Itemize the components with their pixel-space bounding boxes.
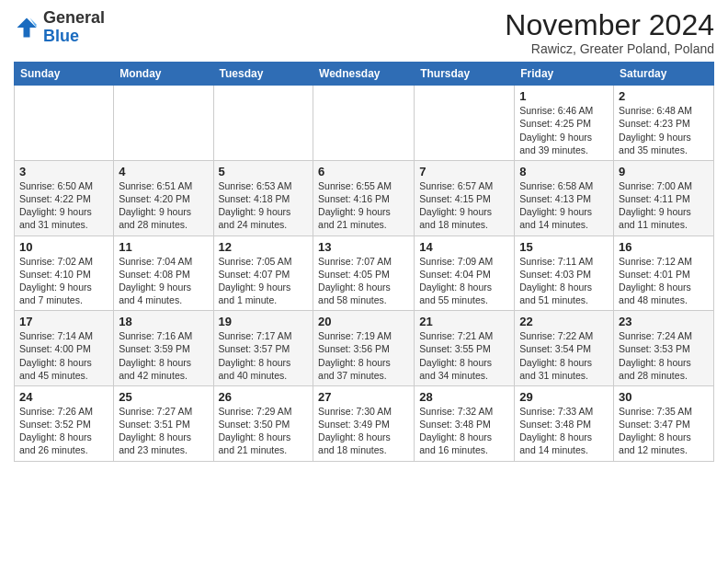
calendar-table: Sunday Monday Tuesday Wednesday Thursday…: [14, 62, 714, 461]
col-saturday: Saturday: [614, 63, 714, 86]
day-number: 21: [419, 315, 509, 328]
day-info: Sunrise: 6:53 AM Sunset: 4:18 PM Dayligh…: [219, 179, 309, 232]
day-number: 13: [318, 240, 409, 254]
calendar-cell: [415, 86, 515, 161]
day-info: Sunrise: 7:07 AM Sunset: 4:05 PM Dayligh…: [318, 255, 409, 307]
day-info: Sunrise: 7:12 AM Sunset: 4:01 PM Dayligh…: [619, 255, 709, 307]
day-number: 18: [119, 315, 208, 328]
day-info: Sunrise: 7:19 AM Sunset: 3:56 PM Dayligh…: [318, 329, 409, 382]
day-number: 20: [318, 315, 409, 328]
day-info: Sunrise: 6:46 AM Sunset: 4:25 PM Dayligh…: [519, 104, 609, 156]
day-number: 4: [119, 165, 208, 178]
day-info: Sunrise: 7:30 AM Sunset: 3:49 PM Dayligh…: [318, 405, 409, 457]
day-info: Sunrise: 7:05 AM Sunset: 4:07 PM Dayligh…: [219, 255, 309, 307]
day-info: Sunrise: 6:51 AM Sunset: 4:20 PM Dayligh…: [119, 179, 208, 232]
page-container: General Blue November 2024 Rawicz, Great…: [0, 0, 728, 466]
calendar-header-row: Sunday Monday Tuesday Wednesday Thursday…: [15, 63, 714, 86]
day-number: 7: [419, 165, 509, 178]
calendar-cell: 27Sunrise: 7:30 AM Sunset: 3:49 PM Dayli…: [313, 385, 415, 461]
calendar-cell: [313, 86, 415, 161]
day-info: Sunrise: 7:21 AM Sunset: 3:55 PM Dayligh…: [419, 329, 509, 382]
calendar-cell: 5Sunrise: 6:53 AM Sunset: 4:18 PM Daylig…: [213, 160, 313, 236]
day-info: Sunrise: 7:29 AM Sunset: 3:50 PM Dayligh…: [219, 405, 309, 457]
day-info: Sunrise: 7:11 AM Sunset: 4:03 PM Dayligh…: [519, 255, 609, 307]
calendar-cell: 8Sunrise: 6:58 AM Sunset: 4:13 PM Daylig…: [515, 160, 614, 236]
col-thursday: Thursday: [415, 63, 515, 86]
day-number: 22: [519, 315, 609, 328]
title-block: November 2024 Rawicz, Greater Poland, Po…: [505, 9, 714, 56]
calendar-cell: 12Sunrise: 7:05 AM Sunset: 4:07 PM Dayli…: [213, 236, 313, 311]
calendar-cell: 30Sunrise: 7:35 AM Sunset: 3:47 PM Dayli…: [614, 385, 714, 461]
day-info: Sunrise: 7:32 AM Sunset: 3:48 PM Dayligh…: [419, 405, 509, 457]
calendar-cell: [213, 86, 313, 161]
day-number: 5: [219, 165, 309, 178]
calendar-cell: 11Sunrise: 7:04 AM Sunset: 4:08 PM Dayli…: [114, 236, 213, 311]
logo-blue: Blue: [43, 27, 79, 45]
col-wednesday: Wednesday: [313, 63, 415, 86]
day-info: Sunrise: 7:35 AM Sunset: 3:47 PM Dayligh…: [619, 405, 709, 457]
day-info: Sunrise: 7:22 AM Sunset: 3:54 PM Dayligh…: [519, 329, 609, 382]
calendar-cell: [15, 86, 114, 161]
day-number: 17: [19, 315, 108, 328]
day-number: 27: [318, 390, 409, 404]
day-info: Sunrise: 7:14 AM Sunset: 4:00 PM Dayligh…: [19, 329, 108, 382]
day-info: Sunrise: 7:24 AM Sunset: 3:53 PM Dayligh…: [619, 329, 709, 382]
header: General Blue November 2024 Rawicz, Great…: [14, 9, 714, 56]
logo-text: General Blue: [43, 9, 105, 46]
day-info: Sunrise: 6:48 AM Sunset: 4:23 PM Dayligh…: [619, 104, 709, 156]
day-number: 1: [519, 89, 609, 103]
svg-marker-0: [17, 17, 37, 37]
calendar-cell: 3Sunrise: 6:50 AM Sunset: 4:22 PM Daylig…: [15, 160, 114, 236]
col-friday: Friday: [515, 63, 614, 86]
day-info: Sunrise: 7:17 AM Sunset: 3:57 PM Dayligh…: [219, 329, 309, 382]
day-info: Sunrise: 7:00 AM Sunset: 4:11 PM Dayligh…: [619, 179, 709, 232]
day-info: Sunrise: 6:58 AM Sunset: 4:13 PM Dayligh…: [519, 179, 609, 232]
day-number: 23: [619, 315, 709, 328]
day-number: 2: [619, 89, 709, 103]
calendar-cell: 2Sunrise: 6:48 AM Sunset: 4:23 PM Daylig…: [614, 86, 714, 161]
day-number: 10: [19, 240, 108, 254]
day-number: 15: [519, 240, 609, 254]
calendar-cell: 13Sunrise: 7:07 AM Sunset: 4:05 PM Dayli…: [313, 236, 415, 311]
day-number: 12: [219, 240, 309, 254]
day-number: 8: [519, 165, 609, 178]
calendar-cell: 18Sunrise: 7:16 AM Sunset: 3:59 PM Dayli…: [114, 311, 213, 386]
day-number: 11: [119, 240, 208, 254]
logo: General Blue: [14, 9, 105, 46]
calendar-cell: 1Sunrise: 6:46 AM Sunset: 4:25 PM Daylig…: [515, 86, 614, 161]
calendar-cell: 25Sunrise: 7:27 AM Sunset: 3:51 PM Dayli…: [114, 385, 213, 461]
day-number: 9: [619, 165, 709, 178]
calendar-cell: 16Sunrise: 7:12 AM Sunset: 4:01 PM Dayli…: [614, 236, 714, 311]
calendar-cell: 28Sunrise: 7:32 AM Sunset: 3:48 PM Dayli…: [415, 385, 515, 461]
col-tuesday: Tuesday: [213, 63, 313, 86]
col-monday: Monday: [114, 63, 213, 86]
day-info: Sunrise: 6:55 AM Sunset: 4:16 PM Dayligh…: [318, 179, 409, 232]
location: Rawicz, Greater Poland, Poland: [505, 41, 714, 56]
day-number: 25: [119, 390, 208, 404]
calendar-cell: 6Sunrise: 6:55 AM Sunset: 4:16 PM Daylig…: [313, 160, 415, 236]
calendar-cell: 17Sunrise: 7:14 AM Sunset: 4:00 PM Dayli…: [15, 311, 114, 386]
day-info: Sunrise: 6:50 AM Sunset: 4:22 PM Dayligh…: [19, 179, 108, 232]
day-number: 3: [19, 165, 108, 178]
calendar-cell: 10Sunrise: 7:02 AM Sunset: 4:10 PM Dayli…: [15, 236, 114, 311]
logo-icon: [14, 15, 40, 40]
calendar-cell: 22Sunrise: 7:22 AM Sunset: 3:54 PM Dayli…: [515, 311, 614, 386]
day-info: Sunrise: 7:26 AM Sunset: 3:52 PM Dayligh…: [19, 405, 108, 457]
day-number: 30: [619, 390, 709, 404]
col-sunday: Sunday: [15, 63, 114, 86]
calendar-cell: 29Sunrise: 7:33 AM Sunset: 3:48 PM Dayli…: [515, 385, 614, 461]
calendar-cell: 24Sunrise: 7:26 AM Sunset: 3:52 PM Dayli…: [15, 385, 114, 461]
day-info: Sunrise: 7:33 AM Sunset: 3:48 PM Dayligh…: [519, 405, 609, 457]
day-number: 6: [318, 165, 409, 178]
day-number: 29: [519, 390, 609, 404]
calendar-cell: 4Sunrise: 6:51 AM Sunset: 4:20 PM Daylig…: [114, 160, 213, 236]
calendar-cell: [114, 86, 213, 161]
logo-general: General: [43, 8, 105, 27]
day-number: 26: [219, 390, 309, 404]
day-info: Sunrise: 7:09 AM Sunset: 4:04 PM Dayligh…: [419, 255, 509, 307]
calendar-cell: 19Sunrise: 7:17 AM Sunset: 3:57 PM Dayli…: [213, 311, 313, 386]
day-info: Sunrise: 7:27 AM Sunset: 3:51 PM Dayligh…: [119, 405, 208, 457]
day-info: Sunrise: 6:57 AM Sunset: 4:15 PM Dayligh…: [419, 179, 509, 232]
calendar-cell: 23Sunrise: 7:24 AM Sunset: 3:53 PM Dayli…: [614, 311, 714, 386]
day-info: Sunrise: 7:16 AM Sunset: 3:59 PM Dayligh…: [119, 329, 208, 382]
